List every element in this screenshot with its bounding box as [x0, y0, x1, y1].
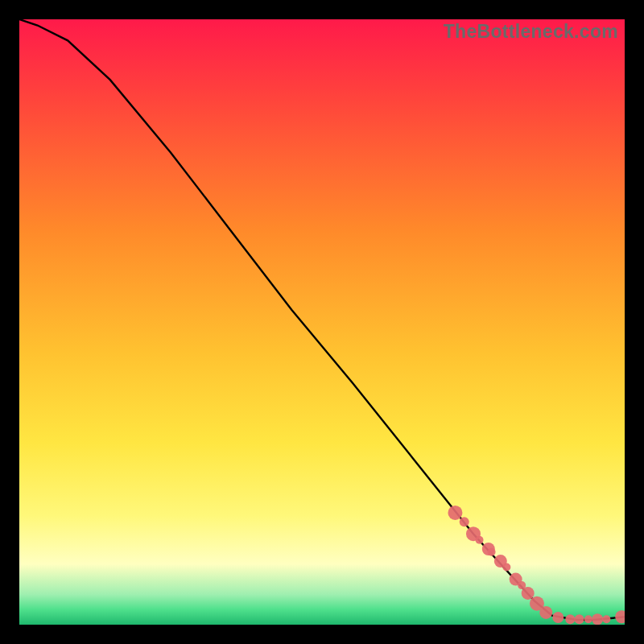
data-marker [460, 517, 469, 526]
data-marker [476, 536, 484, 544]
data-marker [552, 612, 564, 623]
data-marker [539, 606, 552, 619]
data-marker [502, 564, 510, 572]
watermark: TheBottleneck.com [444, 21, 618, 43]
data-marker [602, 615, 610, 623]
data-marker [488, 548, 496, 556]
data-marker [584, 615, 592, 623]
data-marker [575, 614, 584, 624]
plot-area: TheBottleneck.com [19, 19, 625, 625]
gradient-bg [19, 19, 625, 625]
data-marker [592, 613, 603, 625]
data-marker [565, 614, 575, 624]
data-marker [448, 506, 462, 520]
data-marker [522, 587, 535, 600]
plot-svg [19, 19, 625, 625]
chart-frame: TheBottleneck.com [0, 0, 644, 644]
